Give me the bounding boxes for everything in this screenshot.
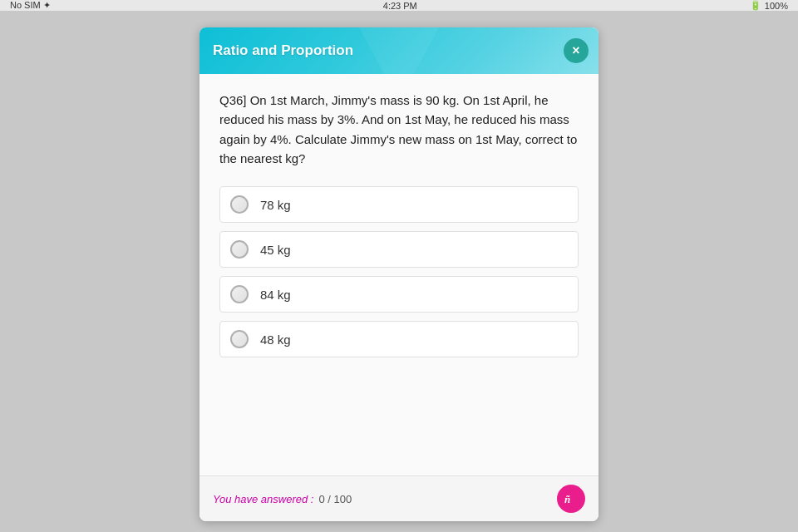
option-b-label: 45 kg (260, 243, 291, 257)
option-a-label: 78 kg (260, 198, 291, 212)
empty-space (219, 366, 579, 466)
radio-d (230, 330, 249, 348)
option-d-label: 48 kg (260, 332, 291, 347)
close-button[interactable]: × (564, 38, 589, 63)
option-a[interactable]: 78 kg (219, 186, 579, 223)
battery-label: 100% (765, 1, 788, 11)
carrier-label: No SIM ✦ (10, 0, 51, 11)
status-bar-left: No SIM ✦ (10, 0, 51, 11)
radio-b (230, 240, 249, 259)
quiz-card: Ratio and Proportion × Q36] On 1st March… (200, 27, 598, 521)
answered-count: 0 / 100 (318, 493, 352, 505)
bottom-info: You have answered : 0 / 100 ñ (200, 475, 598, 521)
status-bar: No SIM ✦ 4:23 PM 🔋 100% (0, 0, 798, 11)
options-list: 78 kg 45 kg 84 kg 48 kg (219, 186, 579, 366)
svg-text:ñ: ñ (564, 493, 570, 505)
logo-badge: ñ (557, 485, 585, 513)
option-b[interactable]: 45 kg (219, 231, 579, 268)
card-header: Ratio and Proportion × (200, 27, 598, 74)
card-title: Ratio and Proportion (213, 42, 353, 59)
main-area: Ratio and Proportion × Q36] On 1st March… (0, 11, 798, 532)
answered-section: You have answered : 0 / 100 (213, 493, 352, 505)
answered-label: You have answered : (213, 493, 313, 505)
question-text: Q36] On 1st March, Jimmy's mass is 90 kg… (219, 91, 579, 168)
battery-icon: 🔋 (750, 0, 761, 11)
card-body: Q36] On 1st March, Jimmy's mass is 90 kg… (200, 74, 598, 475)
radio-c (230, 285, 249, 303)
status-bar-right: 🔋 100% (750, 0, 788, 11)
status-bar-time: 4:23 PM (383, 1, 417, 11)
option-c-label: 84 kg (260, 288, 291, 302)
option-d[interactable]: 48 kg (219, 321, 579, 357)
radio-a (230, 195, 249, 214)
device-frame: No SIM ✦ 4:23 PM 🔋 100% Ratio and Propor… (0, 0, 798, 532)
option-c[interactable]: 84 kg (219, 276, 579, 313)
